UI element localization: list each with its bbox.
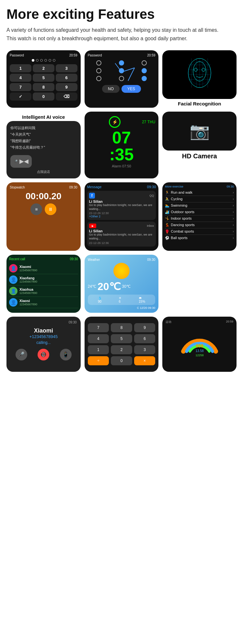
facial-recognition-label: Facial Recognition [162, 101, 237, 106]
calc-multiply[interactable]: × [134, 356, 156, 365]
pin-key-1[interactable]: 1 [10, 64, 31, 72]
swimming-arrow: › [233, 203, 234, 207]
pattern-label: Password [88, 54, 102, 57]
exercise-item-indoor[interactable]: 🤸Indoor sports › [165, 215, 234, 222]
clock-date: 27 THU [142, 120, 155, 124]
sw-pause-btn[interactable]: ⏸ [45, 203, 56, 215]
page-title: More exciting Features [6, 6, 237, 22]
pattern-yes-btn[interactable]: YES [122, 85, 141, 93]
hd-camera-label: HD Camera [162, 152, 237, 160]
sun-icon [113, 263, 130, 279]
camera-icon: 📷 [190, 122, 210, 140]
clock-alarm: Alarm 07:50 [88, 164, 156, 168]
msg-label: Message [87, 185, 102, 189]
messages-screen: Message 09:30 f QQ Li Silian Go to play … [85, 182, 159, 251]
sw-display: 00:00.20 [10, 191, 77, 201]
calc-3[interactable]: 3 [134, 345, 156, 354]
pin-key-7[interactable]: 7 [10, 83, 31, 91]
exercise-item-combat[interactable]: 🥊Combat sports › [165, 228, 234, 235]
phone-button[interactable]: 📱 [60, 349, 72, 360]
weather-date: C 12/20 09:30 [88, 306, 156, 310]
weather-uv: ☀ 6 [119, 296, 122, 303]
calc-1[interactable]: 1 [88, 345, 109, 354]
pin-key-check[interactable]: ✓ [10, 92, 31, 101]
exercise-item-ball[interactable]: ⚽Ball sports › [165, 235, 234, 241]
face-recognition-widget: Facial Recognition [162, 50, 237, 108]
dot-3 [40, 59, 43, 62]
mute-button[interactable]: 🎤 [16, 349, 27, 360]
avatar-xiaohua: 👤 [9, 287, 17, 295]
contact-num-4: 12345667890 [19, 303, 78, 306]
call-item-xiaohua[interactable]: 👤 Xiaohua 12345667890 [9, 286, 78, 297]
calc-7[interactable]: 7 [88, 323, 109, 332]
pin-screen-1: Password 20:59 1 2 3 4 5 6 7 8 9 [6, 50, 81, 108]
weather-rain: 🌧 15% [139, 296, 145, 303]
calc-2[interactable]: 2 [111, 345, 132, 354]
run-icon: 🏃 [165, 190, 169, 195]
page-subtitle: A variety of functions safeguard your he… [6, 26, 237, 43]
pin-key-del[interactable]: ⌫ [56, 92, 77, 101]
battery-icon: ⚡ [109, 116, 121, 128]
calc-0[interactable]: 0 [111, 356, 132, 365]
ai-voice-screen: 你可以这样问我 "今天的天气" "我想听越剧" "牛排怎么煎最好吃？" 🎤 ▶◀… [6, 121, 81, 178]
exercise-header: More exercise [165, 185, 183, 188]
dot-5 [49, 59, 51, 62]
contact-name-1: Xiaomi [19, 265, 78, 269]
calc-4[interactable]: 4 [88, 334, 109, 343]
exercise-item-outdoor[interactable]: 🏄Outdoor sports › [165, 209, 234, 215]
calc-6[interactable]: 6 [134, 334, 156, 343]
youtube-icon: ▶ [89, 224, 96, 228]
pin-key-9[interactable]: 9 [56, 83, 77, 91]
outdoor-arrow: › [233, 210, 234, 214]
face-screen [162, 50, 237, 99]
pattern-no-btn[interactable]: NO [102, 85, 120, 93]
calc-9[interactable]: 9 [134, 323, 156, 332]
msg-time: 09:30 [147, 185, 156, 189]
call-item-xiaomi[interactable]: 👤 Xiaomi 12345667890 [9, 263, 78, 274]
incoming-time: 09:30 [10, 321, 77, 324]
run-arrow: › [233, 190, 234, 194]
exercise-screen: More exercise 09:30 🏃Run and walk › 🚴Cyc… [162, 182, 237, 251]
clock-hour: 07 [88, 129, 156, 146]
avatar-xiaofang: 👤 [9, 275, 17, 284]
swimming-icon: 🏊 [165, 203, 169, 208]
exercise-item-run[interactable]: 🏃Run and walk › [165, 189, 234, 196]
pin1-label: Password [10, 54, 24, 57]
calc-5[interactable]: 5 [111, 334, 132, 343]
pin-key-3[interactable]: 3 [56, 64, 77, 72]
combat-icon: 🥊 [165, 229, 169, 234]
calc-8[interactable]: 8 [111, 323, 132, 332]
exercise-stats-screen: 运动 20:59 658 [162, 317, 237, 372]
exercise-item-cycling[interactable]: 🚴Cycling › [165, 196, 234, 202]
msg-date-2: 22-12-26 12:36 [89, 241, 154, 245]
clock-screen: ⚡ 27 THU 07 :35 Alarm 07:50 [85, 112, 159, 178]
exercise-item-swimming[interactable]: 🏊Swimming › [165, 202, 234, 209]
weather-low: 24℃ [88, 284, 96, 289]
pin-key-4[interactable]: 4 [10, 74, 31, 82]
mic-button[interactable]: 🎤 ▶◀ [10, 155, 32, 168]
ai-voice-text: 你可以这样问我 "今天的天气" "我想听越剧" "牛排怎么煎最好吃？" [10, 125, 77, 151]
pin-key-8[interactable]: 8 [33, 83, 54, 91]
cycling-icon: 🚴 [165, 197, 169, 201]
pattern-screen: Password 20:59 [85, 50, 159, 108]
hangup-button[interactable]: 📵 [38, 349, 49, 360]
avatar-xiaosi: 👤 [9, 298, 17, 307]
clock-minute: :35 [88, 146, 156, 163]
contact-num-1: 12345667890 [19, 269, 78, 272]
pin-key-5[interactable]: 5 [33, 74, 54, 82]
pin-key-2[interactable]: 2 [33, 64, 54, 72]
pin-key-6[interactable]: 6 [56, 74, 77, 82]
voice-tap-label: 点我说话 [10, 169, 77, 175]
weather-time: 09:30 [147, 258, 155, 261]
ball-icon: ⚽ [165, 236, 169, 240]
exercise-item-dancing[interactable]: 💃Dancing sports › [165, 222, 234, 228]
msg-tag-2: Inbox [147, 224, 154, 227]
call-item-xiaosi[interactable]: 👤 Xiaosi 12345667890 [9, 297, 78, 308]
call-item-xiaofang[interactable]: 👤 Xiaofang 12345667890 [9, 274, 78, 286]
calc-divide[interactable]: ÷ [88, 356, 109, 365]
sw-menu-btn[interactable]: ≡ [30, 203, 42, 215]
msg-body-2: Go to play badminton tonight, no seeSan,… [89, 233, 154, 240]
pin-key-0[interactable]: 0 [33, 92, 54, 101]
msg-extra-1: +Other 2 [89, 215, 154, 218]
camera-section: 📷 HD Camera [162, 112, 237, 178]
